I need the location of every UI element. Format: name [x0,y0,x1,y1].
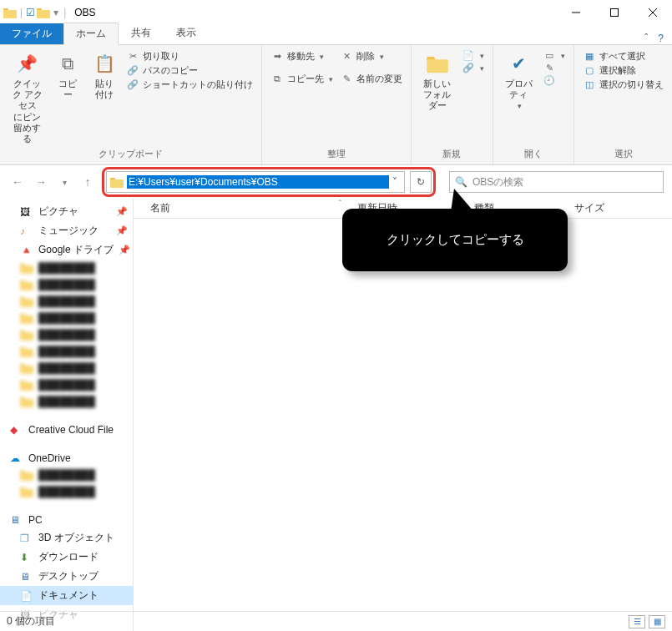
paste-button[interactable]: 📋 貼り付け [86,48,123,102]
pin-quickaccess-button[interactable]: 📌 クイック アクセス にピン留めする [5,48,49,146]
rename-icon: ✎ [340,73,353,84]
select-all-button[interactable]: ▦すべて選択 [583,50,664,63]
column-name[interactable]: 名前 [134,201,351,215]
status-bar: 0 個の項目 ☰ ▦ [0,611,672,631]
adobe-icon: ◆ [10,424,23,436]
sidebar-item[interactable]: ████████ [0,376,133,393]
tab-home[interactable]: ホーム [63,23,119,45]
ribbon-collapse-icon[interactable]: ˆ [644,33,648,44]
sidebar-item[interactable]: ████████ [0,343,133,360]
group-new: 新しい フォルダー 📄▾ 🔗▾ 新規 [412,45,493,164]
nav-row: ← → ▾ ↑ E:¥Users¥user¥Documents¥OBS ˅ ↻ … [0,165,672,199]
new-folder-icon [424,50,451,77]
tab-file[interactable]: ファイル [0,23,63,44]
nav-up-button[interactable]: ↑ [78,173,97,191]
divider: | [62,7,68,18]
copy-path-button[interactable]: 🔗パスのコピー [126,64,253,77]
sidebar-item[interactable]: ████████ [0,467,133,483]
path-icon: 🔗 [126,65,139,76]
sidebar-item[interactable]: ████████ [0,293,133,310]
address-dropdown[interactable]: ˅ [389,176,401,188]
nav-forward-button[interactable]: → [32,173,50,191]
group-organize: ➡移動先▾ ⧉コピー先▾ ✕削除▾ ✎名前の変更 整理 [262,45,412,164]
view-details-button[interactable]: ☰ [629,615,645,628]
minimize-button[interactable] [557,0,595,25]
pc-icon: 🖥 [10,514,23,526]
sidebar-item-documents[interactable]: 📄ドキュメント [0,586,133,605]
sidebar-item[interactable]: ████████ [0,310,133,326]
nav-recent-button[interactable]: ▾ [55,173,73,191]
tab-view[interactable]: 表示 [164,22,209,44]
check-icon[interactable]: ☑ [26,7,35,18]
copy-button[interactable]: ⧉ コピー [49,48,86,102]
sidebar-item-pictures[interactable]: 🖼ピクチャ📌 [0,202,133,221]
address-bar[interactable]: E:¥Users¥user¥Documents¥OBS ˅ [106,171,405,193]
select-none-button[interactable]: ▢選択解除 [583,64,664,77]
edit-button[interactable]: ✎ [543,63,565,73]
group-label: 選択 [579,146,667,163]
new-folder-button[interactable]: 新しい フォルダー [417,48,457,114]
search-placeholder: OBSの検索 [472,175,523,189]
address-highlight: E:¥Users¥user¥Documents¥OBS ˅ ↻ [102,167,436,197]
group-label: 新規 [417,146,487,163]
sidebar-item-3dobjects[interactable]: ❒3D オブジェクト [0,528,133,548]
titlebar: | ☑ ▾ | OBS [0,0,672,25]
navigation-pane[interactable]: 🖼ピクチャ📌 ♪ミュージック📌 🔺Google ドライブ📌 ████████ █… [0,199,134,631]
sidebar-item[interactable]: ████████ [0,360,133,376]
sidebar-item[interactable]: ████████ [0,393,133,410]
nav-back-button[interactable]: ← [8,173,27,191]
paste-shortcut-button[interactable]: 🔗ショートカットの貼り付け [126,78,253,91]
sidebar-item-pc[interactable]: 🖥PC [0,512,133,528]
sidebar-item[interactable]: ████████ [0,276,133,293]
copy-icon: ⧉ [54,50,81,77]
move-icon: ➡ [270,51,284,62]
rename-button[interactable]: ✎名前の変更 [340,73,402,85]
sidebar-item-music[interactable]: ♪ミュージック📌 [0,221,133,240]
cut-button[interactable]: ✂切り取り [126,50,253,63]
maximize-button[interactable] [595,0,634,25]
view-icons-button[interactable]: ▦ [649,615,665,628]
tab-share[interactable]: 共有 [119,22,164,44]
window-title: OBS [74,7,95,18]
sidebar-item-onedrive[interactable]: ☁OneDrive [0,450,133,467]
group-clipboard: 📌 クイック アクセス にピン留めする ⧉ コピー 📋 貼り付け ✂切り取り 🔗… [0,45,262,164]
sidebar-item[interactable]: ████████ [0,326,133,343]
open-button[interactable]: ▭▾ [543,50,565,61]
pin-icon: 📌 [119,245,130,255]
cloud-icon: ☁ [10,452,23,464]
folder-icon[interactable] [37,7,50,18]
paste-icon: 📋 [91,50,118,77]
cube-icon: ❒ [20,533,33,544]
properties-button[interactable]: ✔ プロパティ ▾ [498,48,539,113]
address-path[interactable]: E:¥Users¥user¥Documents¥OBS [127,175,389,189]
music-icon: ♪ [20,225,33,237]
sidebar-item-gdrive[interactable]: 🔺Google ドライブ📌 [0,240,133,260]
desktop-icon: 🖥 [20,571,33,583]
easy-access-button[interactable]: 🔗▾ [462,63,484,73]
delete-button[interactable]: ✕削除▾ [340,50,402,63]
sidebar-item[interactable]: ████████ [0,483,133,500]
copy-to-button[interactable]: ⧉コピー先▾ [270,73,333,85]
search-icon: 🔍 [455,176,467,188]
divider: | [18,7,24,18]
pin-icon: 📌 [116,225,128,236]
sidebar-item-desktop[interactable]: 🖥デスクトップ [0,567,133,586]
move-to-button[interactable]: ➡移動先▾ [270,50,333,63]
history-button[interactable]: 🕘 [543,75,565,86]
select-invert-button[interactable]: ◫選択の切り替え [583,78,664,91]
search-box[interactable]: 🔍 OBSの検索 [449,171,664,193]
refresh-button[interactable]: ↻ [410,171,432,193]
sidebar-item-ccf[interactable]: ◆Creative Cloud File [0,422,133,438]
callout-text: クリックしてコピーする [387,232,524,246]
group-label: 整理 [267,146,406,163]
sidebar-item-downloads[interactable]: ⬇ダウンロード [0,548,133,567]
content-area: 🖼ピクチャ📌 ♪ミュージック📌 🔺Google ドライブ📌 ████████ █… [0,199,672,631]
pin-icon: 📌 [116,206,128,217]
column-size[interactable]: サイズ [568,201,672,215]
new-item-button[interactable]: 📄▾ [462,50,484,61]
group-label: 開く [498,146,568,163]
close-button[interactable] [634,0,672,25]
qat-dropdown[interactable]: ▾ [52,7,60,18]
sidebar-item[interactable]: ████████ [0,260,133,276]
help-icon[interactable]: ? [658,33,664,44]
